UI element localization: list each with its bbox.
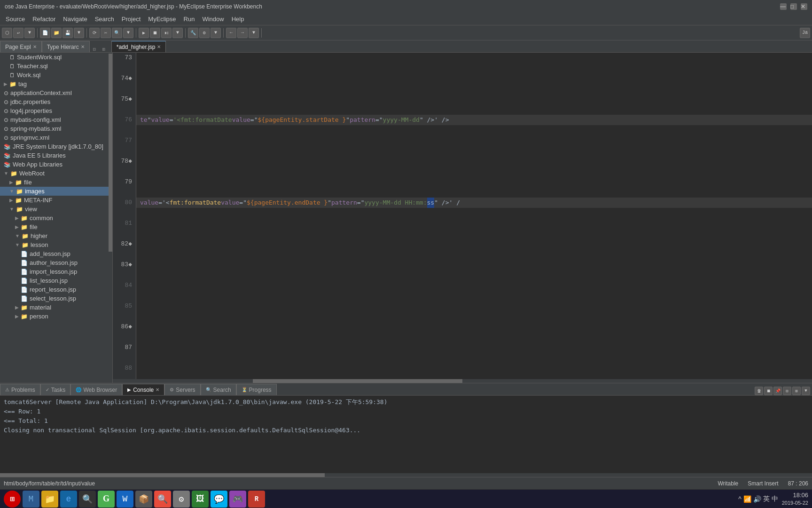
- sidebar-item-author-lesson[interactable]: 📄 author_lesson.jsp: [0, 258, 112, 267]
- sidebar-item-person[interactable]: ▶ 📁 person: [0, 312, 112, 321]
- sidebar-item-webapp[interactable]: 📚 Web App Libraries: [0, 160, 112, 169]
- toolbar-btn-16[interactable]: 🔧: [188, 28, 198, 38]
- sidebar-item-material[interactable]: ▶ 📁 material: [0, 303, 112, 312]
- sidebar-item-javaee[interactable]: 📚 Java EE 5 Libraries: [0, 151, 112, 160]
- toolbar-btn-7[interactable]: ▼: [74, 28, 84, 38]
- console-menu-btn[interactable]: ▼: [802, 387, 810, 395]
- sidebar-item-images[interactable]: ▼ 📁 images: [0, 187, 112, 196]
- close-button[interactable]: ✕: [801, 3, 807, 10]
- toolbar-btn-4[interactable]: 📄: [40, 28, 50, 38]
- tab-progress[interactable]: ⏳ Progress: [236, 384, 277, 395]
- toolbar-btn-10[interactable]: 🔍: [112, 28, 122, 38]
- tab-add-higher-close[interactable]: ✕: [157, 44, 161, 49]
- sidebar-item-higher[interactable]: ▼ 📁 higher: [0, 231, 112, 240]
- sidebar-item-lesson[interactable]: ▼ 📁 lesson: [0, 240, 112, 249]
- sidebar-item-webroot[interactable]: ▼ 📁 WebRoot: [0, 169, 112, 178]
- console-collapse-btn[interactable]: ⊟: [783, 387, 791, 395]
- menu-help[interactable]: Help: [228, 15, 248, 24]
- tray-input[interactable]: 中: [772, 495, 778, 503]
- sidebar-item-teacher-sql[interactable]: 🗒 Teacher.sql: [0, 62, 112, 71]
- tab-problems[interactable]: ⚠ Problems: [0, 384, 40, 395]
- tab-type-hierarchy[interactable]: Type Hierarc ✕: [42, 41, 90, 52]
- code-line-79[interactable]: te" value='<fmt:formatDate value="${page…: [136, 115, 812, 125]
- sidebar-item-student-work[interactable]: 🗒 StudentWork.sql: [0, 53, 112, 62]
- taskbar-image[interactable]: 🖼: [192, 491, 209, 508]
- sidebar-item-jre[interactable]: 📚 JRE System Library [jdk1.7.0_80]: [0, 142, 112, 151]
- taskbar-pkg[interactable]: 📦: [135, 491, 152, 508]
- toolbar-btn-14[interactable]: ⏯: [161, 28, 172, 38]
- toolbar-btn-9[interactable]: ✂: [101, 28, 111, 38]
- taskbar-game[interactable]: 🎮: [229, 491, 246, 508]
- sidebar-item-tag[interactable]: ▶ 📁 tag: [0, 79, 112, 88]
- console-stop-btn[interactable]: ⏹: [764, 387, 773, 395]
- tray-arrow[interactable]: ^: [738, 495, 742, 503]
- taskbar-ie[interactable]: e: [60, 491, 77, 508]
- sidebar-item-report-lesson[interactable]: 📄 report_lesson.jsp: [0, 285, 112, 294]
- sidebar-item-springmvc[interactable]: ⊙ springmvc.xml: [0, 133, 112, 142]
- taskbar-greasy-fork[interactable]: G: [98, 491, 115, 508]
- maximize-button[interactable]: □: [790, 3, 797, 10]
- toolbar-btn-5[interactable]: 📁: [51, 28, 62, 38]
- sidebar-item-jdbc[interactable]: ⊙ jdbc.properties: [0, 97, 112, 106]
- code-content[interactable]: te" value='<fmt:formatDate value="${page…: [136, 53, 812, 379]
- toolbar-btn-13[interactable]: ⏹: [150, 28, 160, 38]
- toolbar-btn-12[interactable]: ▶: [139, 28, 149, 38]
- taskbar-file-manager[interactable]: 📁: [41, 491, 58, 508]
- console-expand-btn[interactable]: ⊞: [792, 387, 801, 395]
- tray-sound[interactable]: 🔊: [753, 495, 761, 503]
- sidebar-item-mybatis-config[interactable]: ⊙ mybatis-config.xml: [0, 115, 112, 124]
- taskbar-tool[interactable]: ⚙: [173, 491, 190, 508]
- tab-page-explorer[interactable]: Page Expl ✕: [0, 41, 42, 52]
- sidebar-item-list-lesson[interactable]: 📄 list_lesson.jsp: [0, 276, 112, 285]
- tab-servers[interactable]: ⚙ Servers: [164, 384, 200, 395]
- minimize-button[interactable]: —: [780, 3, 787, 10]
- toolbar-btn-20[interactable]: →: [237, 28, 248, 38]
- sidebar-item-add-lesson[interactable]: 📄 add_lesson.jsp: [0, 249, 112, 258]
- toolbar-btn-22[interactable]: Ja: [800, 28, 810, 38]
- toolbar-btn-3[interactable]: ▼: [24, 28, 35, 38]
- toolbar-btn-6[interactable]: 💾: [62, 28, 73, 38]
- taskbar-word[interactable]: W: [117, 491, 133, 508]
- menu-project[interactable]: Project: [118, 15, 144, 24]
- sidebar-item-file[interactable]: ▶ 📁 file: [0, 178, 112, 187]
- sidebar-icon-maximize[interactable]: ⊞: [102, 47, 105, 52]
- taskbar-search2[interactable]: 🔍: [154, 491, 171, 508]
- menu-navigate[interactable]: Navigate: [59, 15, 91, 24]
- sidebar-item-select-lesson[interactable]: 📄 select_lesson.jsp: [0, 294, 112, 303]
- tab-type-hierarchy-close[interactable]: ✕: [81, 44, 85, 49]
- toolbar-btn-2[interactable]: ↩: [13, 28, 23, 38]
- menu-search[interactable]: Search: [91, 15, 118, 24]
- tray-cn[interactable]: 英: [763, 495, 770, 503]
- sidebar-item-meta-inf[interactable]: ▶ 📁 META-INF: [0, 196, 112, 205]
- taskbar-rpg[interactable]: R: [248, 491, 265, 508]
- console-pin-btn[interactable]: 📌: [773, 387, 782, 395]
- sidebar-item-app-context[interactable]: ⊙ applicationContext.xml: [0, 88, 112, 97]
- sidebar-item-view[interactable]: ▼ 📁 view: [0, 205, 112, 214]
- sidebar-item-work-sql[interactable]: 🗒 Work.sql: [0, 71, 112, 79]
- horizontal-scrollbar[interactable]: [113, 379, 812, 383]
- toolbar-btn-21[interactable]: ▼: [249, 28, 259, 38]
- bottom-horizontal-scrollbar[interactable]: [0, 473, 812, 477]
- console-clear-btn[interactable]: 🗑: [755, 387, 763, 395]
- toolbar-btn-17[interactable]: ⚙: [199, 28, 210, 38]
- tab-page-explorer-close[interactable]: ✕: [33, 44, 37, 49]
- toolbar-btn-15[interactable]: ▼: [172, 28, 183, 38]
- sidebar-item-log4j[interactable]: ⊙ log4j.properties: [0, 106, 112, 115]
- tab-console-close[interactable]: ✕: [156, 387, 159, 392]
- taskbar-myeclipse[interactable]: M: [23, 491, 39, 508]
- toolbar-btn-18[interactable]: ▼: [211, 28, 221, 38]
- toolbar-btn-8[interactable]: ⟳: [89, 28, 100, 38]
- tab-add-higher[interactable]: *add_higher.jsp ✕: [111, 41, 166, 52]
- sidebar-item-import-lesson[interactable]: 📄 import_lesson.jsp: [0, 267, 112, 276]
- sidebar-item-spring-mybatis[interactable]: ⊙ spring-mybatis.xml: [0, 124, 112, 133]
- menu-refactor[interactable]: Refactor: [29, 15, 59, 24]
- tab-web-browser[interactable]: 🌐 Web Browser: [70, 384, 122, 395]
- taskbar-network[interactable]: 🔍: [79, 491, 96, 508]
- taskbar-start-btn[interactable]: ⊞: [4, 491, 21, 508]
- sidebar-item-common[interactable]: ▶ 📁 common: [0, 214, 112, 222]
- tray-network[interactable]: 📶: [743, 495, 751, 503]
- toolbar-btn-11[interactable]: ▼: [123, 28, 133, 38]
- sidebar-item-file2[interactable]: ▶ 📁 file: [0, 222, 112, 231]
- menu-source[interactable]: Source: [2, 15, 29, 24]
- menu-myeclipse[interactable]: MyEclipse: [144, 15, 180, 24]
